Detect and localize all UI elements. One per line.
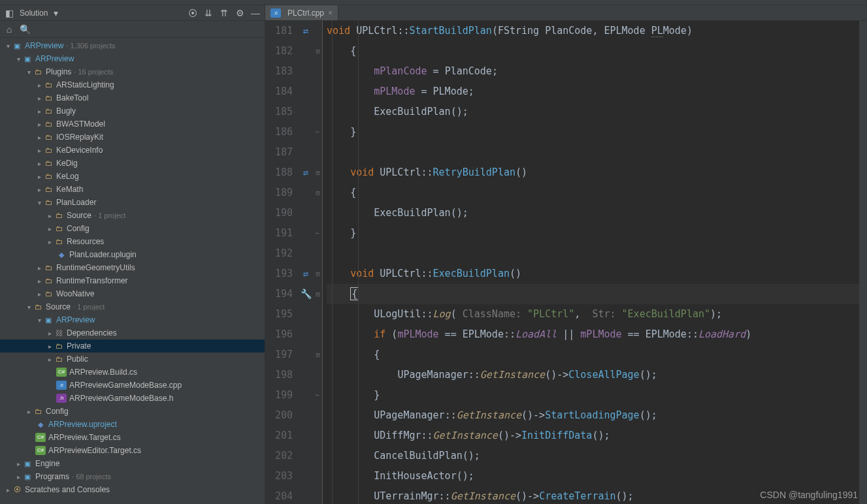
tree-dependencies[interactable]: ▸⛓Dependencies: [0, 326, 265, 339]
code-line-187: [327, 142, 867, 163]
tree-public[interactable]: ▸🗀Public: [0, 353, 265, 366]
code-line-198: UPageManager::GetInstance()->CloseAllPag…: [327, 365, 867, 385]
tree-private[interactable]: ▸🗀Private: [0, 339, 265, 353]
tree-programs[interactable]: ▸▣Programs· 68 projects: [0, 470, 265, 483]
search-icon[interactable]: 🔍: [20, 24, 30, 35]
watermark: CSDN @tangfuling1991: [760, 490, 858, 500]
tree-uproject[interactable]: ◆ARPreview.uproject: [0, 418, 265, 431]
tree-plugins[interactable]: ▾ 🗀 Plugins · 16 projects: [0, 65, 265, 78]
folder-icon: 🗀: [33, 67, 43, 77]
tree-gamemode-h[interactable]: .hARPreviewGameModeBase.h: [0, 392, 265, 405]
close-icon[interactable]: ×: [328, 8, 333, 18]
cs-file-icon: C#: [35, 446, 46, 455]
solution-title: Solution: [20, 8, 48, 18]
code-line-196: if (mPLMode == EPLMode::LoadAll || mPLMo…: [327, 324, 867, 345]
target-icon[interactable]: ⦿: [188, 8, 198, 18]
folder-icon: 🗀: [33, 302, 43, 312]
tree-target[interactable]: C#ARPreview.Target.cs: [0, 431, 265, 444]
sync-icon[interactable]: ⇄: [303, 264, 308, 284]
deps-icon: ⛓: [54, 328, 64, 338]
code-line-188: void UPLCtrl::RetryBuildPlan(): [327, 163, 867, 183]
folder-icon: 🗀: [54, 236, 64, 247]
tree-planloader-uplugin[interactable]: ◆PlanLoader.uplugin: [0, 248, 265, 261]
tree-plugin-WooNative[interactable]: ▸🗀WooNative: [0, 287, 265, 300]
folder-icon: 🗀: [43, 132, 54, 142]
code-line-192: [327, 244, 867, 264]
code-line-186: }: [327, 122, 867, 142]
tree-engine[interactable]: ▸▣Engine: [0, 457, 265, 470]
tree-buildcs[interactable]: C#ARPreview.Build.cs: [0, 366, 265, 379]
home-icon[interactable]: ⌂: [4, 24, 14, 35]
gear-icon[interactable]: ⚙: [235, 8, 245, 18]
cs-file-icon: C#: [35, 433, 46, 442]
h-file-icon: .h: [56, 394, 67, 403]
folder-icon: 🗀: [43, 106, 54, 116]
folder-icon: 🗀: [43, 158, 54, 168]
project-icon: ▣: [22, 54, 33, 64]
tree-plugin-RuntimeGeometryUtils[interactable]: ▸🗀RuntimeGeometryUtils: [0, 261, 265, 274]
tree-editor-target[interactable]: C#ARPreviewEditor.Target.cs: [0, 444, 265, 457]
tree-planloader-config[interactable]: ▸🗀Config: [0, 222, 265, 235]
tree-src-arpreview[interactable]: ▾▣ARPreview: [0, 313, 265, 326]
uproject-icon: ◆: [35, 419, 46, 430]
tree-plugin-KeDeviceInfo[interactable]: ▸🗀KeDeviceInfo: [0, 144, 265, 157]
tree-config[interactable]: ▸🗀Config: [0, 405, 265, 418]
code-line-199: }: [327, 385, 867, 405]
folder-icon: 🗀: [43, 276, 54, 286]
tree-source[interactable]: ▾🗀Source· 1 project: [0, 300, 265, 313]
folder-icon: 🗀: [43, 93, 54, 103]
tree-plugin-KeMath[interactable]: ▸🗀KeMath: [0, 183, 265, 196]
tree-scratches[interactable]: ▸⦿Scratches and Consoles: [0, 483, 265, 496]
tree-plugin-KeLog[interactable]: ▸🗀KeLog: [0, 170, 265, 183]
code-line-185: ExecBuildPlan();: [327, 102, 867, 122]
scrollbar[interactable]: [859, 21, 867, 504]
tree-plugin-RuntimeTransformer[interactable]: ▸🗀RuntimeTransformer: [0, 274, 265, 287]
uplugin-icon: ◆: [56, 249, 67, 260]
tree-plugin-KeDig[interactable]: ▸🗀KeDig: [0, 157, 265, 170]
code-line-202: CancelBuildPlan();: [327, 446, 867, 466]
dropdown-icon[interactable]: ▾: [50, 8, 61, 18]
search-input[interactable]: [35, 25, 261, 34]
code-line-200: UPageManager::GetInstance()->StartLoadin…: [327, 405, 867, 426]
main-container: ◧ Solution ▾ ⦿ ⇊ ⇈ ⚙ — ⌂ 🔍 ▾ ▣ ARPreview: [0, 5, 867, 504]
tree-plugin-PlanLoader[interactable]: ▾🗀PlanLoader: [0, 196, 265, 209]
code-line-181: void UPLCtrl::StartBuildPlan(FString Pla…: [327, 21, 867, 41]
solution-panel: ◧ Solution ▾ ⦿ ⇊ ⇈ ⚙ — ⌂ 🔍 ▾ ▣ ARPreview: [0, 5, 265, 504]
tree-plugin-BakeTool[interactable]: ▸🗀BakeTool: [0, 91, 265, 104]
expand-icon[interactable]: ⇊: [203, 8, 214, 18]
tree-plugin-BWASTModel[interactable]: ▸🗀BWASTModel: [0, 118, 265, 131]
code-line-197: {: [327, 345, 867, 365]
folder-icon: 🗀: [33, 406, 43, 417]
folder-icon: 🗀: [54, 210, 64, 221]
folder-icon: 🗀: [43, 184, 54, 195]
tab-plctrl[interactable]: .c PLCtrl.cpp ×: [265, 5, 338, 20]
tree-plugin-IOSReplayKit[interactable]: ▸🗀IOSReplayKit: [0, 131, 265, 144]
tab-label: PLCtrl.cpp: [287, 8, 324, 18]
minimize-icon[interactable]: —: [250, 8, 261, 18]
sync-icon[interactable]: ⇄: [303, 163, 308, 183]
tree-plugin-Bugly[interactable]: ▸🗀Bugly: [0, 104, 265, 118]
code-line-195: ULogUtil::Log( ClassName: "PLCtrl", Str:…: [327, 304, 867, 324]
code-content[interactable]: void UPLCtrl::StartBuildPlan(FString Pla…: [323, 21, 867, 504]
code-line-182: {: [327, 41, 867, 61]
tree-gamemode-cpp[interactable]: .cARPreviewGameModeBase.cpp: [0, 379, 265, 392]
code-line-201: UDiffMgr::GetInstance()->InitDiffData();: [327, 426, 867, 446]
folder-icon: 🗀: [43, 119, 54, 129]
code-area[interactable]: 1811821831841851861871881891901911921931…: [265, 21, 867, 504]
wrench-icon[interactable]: 🔧: [301, 284, 312, 304]
cs-file-icon: C#: [56, 368, 67, 377]
folder-icon: 🗀: [43, 197, 54, 208]
sync-icon[interactable]: ⇄: [303, 21, 308, 41]
marker-gutter: ⇄ ⇄ ⇄ 🔧: [298, 21, 314, 504]
folder-icon: 🗀: [54, 223, 64, 234]
tree-planloader-resources[interactable]: ▸🗀Resources: [0, 235, 265, 248]
tree-plugin-ARStaticLighting[interactable]: ▸🗀ARStaticLighting: [0, 78, 265, 91]
collapse-icon[interactable]: ⇈: [219, 8, 229, 18]
code-line-183: mPlanCode = PlanCode;: [327, 61, 867, 82]
folder-icon: 🗀: [43, 262, 54, 273]
editor-area: .c PLCtrl.cpp × 181182183184185186187188…: [265, 5, 867, 504]
tree-planloader-source[interactable]: ▸🗀Source· 1 project: [0, 209, 265, 222]
tree-arpreview[interactable]: ▾ ▣ ARPreview: [0, 52, 265, 65]
tree-root[interactable]: ▾ ▣ ARPreview · 1,306 projects: [0, 39, 265, 52]
cpp-file-icon: .c: [270, 8, 281, 18]
